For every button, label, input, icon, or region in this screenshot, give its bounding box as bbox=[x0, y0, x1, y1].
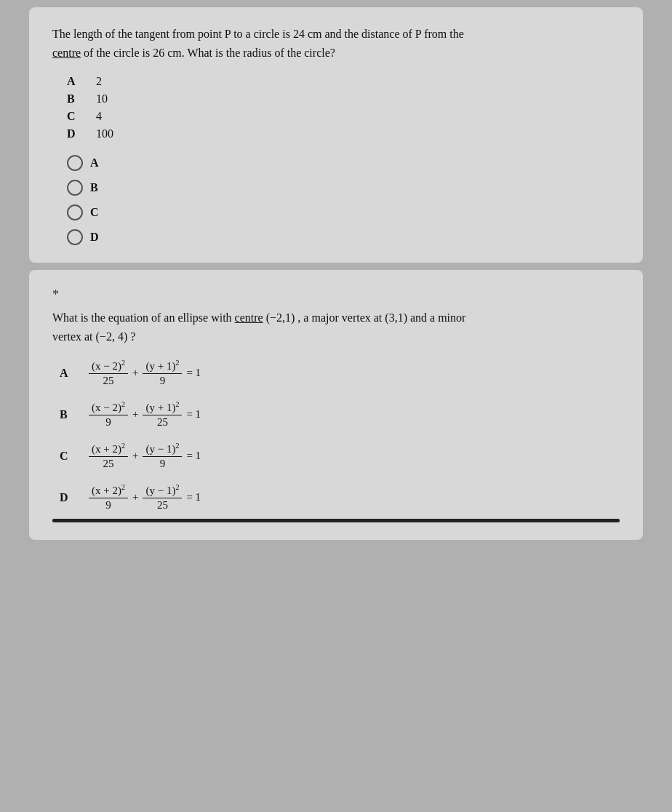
q2-frac1-a-den: 25 bbox=[100, 374, 116, 387]
q2-frac1-d-num: (x + 2)2 bbox=[89, 483, 128, 498]
q2-plus-d: + bbox=[132, 491, 138, 503]
q1-option-c: C 4 bbox=[67, 110, 620, 123]
q2-plus-b: + bbox=[132, 408, 138, 421]
question1-text: The length of the tangent from point P t… bbox=[52, 25, 620, 62]
q2-frac1-d-den: 9 bbox=[103, 498, 114, 512]
q1-option-a: A 2 bbox=[67, 75, 620, 88]
q2-frac1-d: (x + 2)2 9 bbox=[89, 483, 128, 512]
bottom-divider bbox=[52, 519, 620, 522]
q1-radio-circle-b[interactable] bbox=[67, 180, 83, 196]
q1-radio-d[interactable]: D bbox=[67, 229, 620, 245]
q1-radio-group: A B C D bbox=[67, 155, 620, 245]
q1-letter-c: C bbox=[67, 110, 96, 123]
q2-frac2-b: (y + 1)2 25 bbox=[143, 400, 182, 429]
q2-formula-a: (x − 2)2 25 + (y + 1)2 9 = 1 bbox=[89, 359, 201, 387]
q2-formula-c: (x + 2)2 25 + (y − 1)2 9 = 1 bbox=[89, 442, 201, 470]
q1-value-a: 2 bbox=[96, 75, 102, 88]
q2-formula-d: (x + 2)2 9 + (y − 1)2 25 = 1 bbox=[89, 483, 201, 512]
q2-letter-b: B bbox=[60, 408, 77, 421]
q2-frac2-c-num: (y − 1)2 bbox=[143, 442, 182, 457]
q2-text3: vertex at (−2, 4) ? bbox=[52, 330, 135, 343]
q2-option-b: B (x − 2)2 9 + (y + 1)2 25 = 1 bbox=[60, 400, 620, 429]
asterisk-label: * bbox=[52, 287, 620, 303]
q2-letter-d: D bbox=[60, 491, 77, 504]
q2-formula-b: (x − 2)2 9 + (y + 1)2 25 = 1 bbox=[89, 400, 201, 429]
q2-eq-b: = 1 bbox=[186, 408, 201, 421]
q2-option-a: A (x − 2)2 25 + (y + 1)2 9 = 1 bbox=[60, 359, 620, 387]
q2-frac2-a-den: 9 bbox=[157, 374, 169, 387]
q2-frac1-a: (x − 2)2 25 bbox=[89, 359, 128, 387]
q2-frac2-a-num: (y + 1)2 bbox=[143, 359, 182, 374]
q1-radio-b[interactable]: B bbox=[67, 180, 620, 196]
q1-text2: to a circle is 24 cm and the distance of bbox=[231, 28, 415, 40]
q1-radio-label-a: A bbox=[90, 156, 99, 170]
q1-value-c: 4 bbox=[96, 110, 102, 123]
q2-frac1-b-num: (x − 2)2 bbox=[89, 400, 128, 415]
q2-frac1-b-den: 9 bbox=[103, 415, 114, 429]
q2-text2: (−2,1) , a major vertex at (3,1) and a m… bbox=[263, 311, 466, 324]
q2-frac1-c: (x + 2)2 25 bbox=[89, 442, 128, 470]
q2-frac1-a-num: (x − 2)2 bbox=[89, 359, 128, 374]
q2-eq-d: = 1 bbox=[186, 491, 201, 503]
q2-frac1-c-den: 25 bbox=[100, 457, 116, 470]
q1-centre-word: centre bbox=[52, 47, 81, 59]
q2-frac2-d-den: 25 bbox=[154, 498, 171, 512]
q2-frac2-d: (y − 1)2 25 bbox=[143, 483, 182, 512]
q1-text1: The length of the tangent from point bbox=[52, 28, 225, 40]
q2-frac2-b-num: (y + 1)2 bbox=[143, 400, 182, 415]
q1-radio-circle-a[interactable] bbox=[67, 155, 83, 171]
q2-option-d: D (x + 2)2 9 + (y − 1)2 25 = 1 bbox=[60, 483, 620, 512]
q1-value-d: 100 bbox=[96, 127, 113, 140]
q2-frac2-c: (y − 1)2 9 bbox=[143, 442, 182, 470]
q2-frac1-b: (x − 2)2 9 bbox=[89, 400, 128, 429]
q1-letter-d: D bbox=[67, 127, 96, 140]
q1-radio-c[interactable]: C bbox=[67, 204, 620, 220]
q2-frac2-a: (y + 1)2 9 bbox=[143, 359, 182, 387]
q1-text3: from the bbox=[421, 28, 464, 40]
q1-radio-circle-d[interactable] bbox=[67, 229, 83, 245]
q2-option-c: C (x + 2)2 25 + (y − 1)2 9 = 1 bbox=[60, 442, 620, 470]
q1-text5: of the circle is 26 cm. What is the radi… bbox=[81, 47, 335, 59]
q2-frac2-c-den: 9 bbox=[157, 457, 169, 470]
question2-card: * What is the equation of an ellipse wit… bbox=[29, 270, 643, 540]
question1-card: The length of the tangent from point P t… bbox=[29, 7, 643, 263]
q1-options-table: A 2 B 10 C 4 D 100 bbox=[67, 75, 620, 140]
q2-eq-c: = 1 bbox=[186, 450, 201, 462]
q2-letter-a: A bbox=[60, 367, 77, 380]
q1-radio-label-c: C bbox=[90, 206, 99, 219]
q1-radio-a[interactable]: A bbox=[67, 155, 620, 171]
q2-letter-c: C bbox=[60, 450, 77, 463]
q1-option-b: B 10 bbox=[67, 92, 620, 106]
q2-plus-c: + bbox=[132, 450, 138, 462]
q2-frac2-d-num: (y − 1)2 bbox=[143, 483, 182, 498]
q2-plus-a: + bbox=[132, 367, 138, 379]
q2-frac1-c-num: (x + 2)2 bbox=[89, 442, 128, 457]
q2-eq-a: = 1 bbox=[186, 367, 201, 379]
q1-radio-circle-c[interactable] bbox=[67, 204, 83, 220]
q1-point-p: P bbox=[225, 28, 231, 40]
q2-centre-word: centre bbox=[235, 311, 263, 324]
q1-option-d: D 100 bbox=[67, 127, 620, 140]
q1-letter-b: B bbox=[67, 92, 96, 106]
q1-letter-a: A bbox=[67, 75, 96, 88]
q2-text1: What is the equation of an ellipse with bbox=[52, 311, 235, 324]
q1-point-p2: P bbox=[415, 28, 421, 40]
q2-frac2-b-den: 25 bbox=[154, 415, 171, 429]
question2-text: What is the equation of an ellipse with … bbox=[52, 309, 620, 346]
q2-math-options: A (x − 2)2 25 + (y + 1)2 9 = 1 B (x − 2)… bbox=[60, 359, 620, 512]
q1-radio-label-d: D bbox=[90, 231, 99, 244]
q1-value-b: 10 bbox=[96, 92, 108, 106]
q1-radio-label-b: B bbox=[90, 181, 98, 194]
